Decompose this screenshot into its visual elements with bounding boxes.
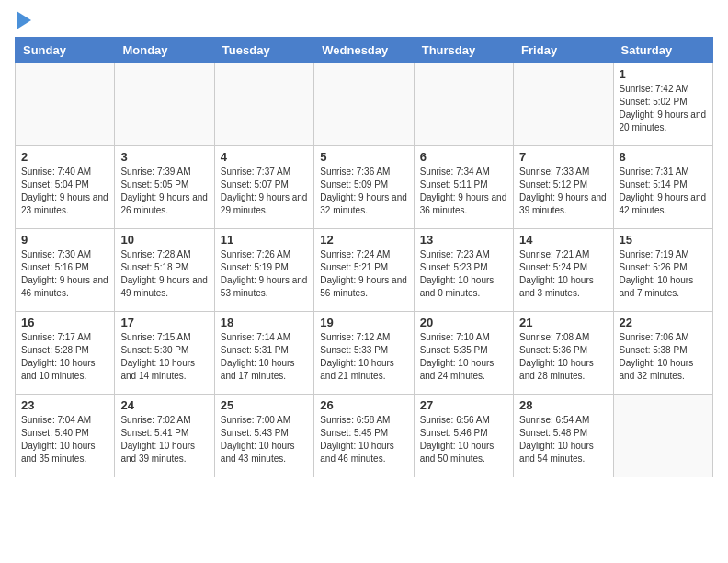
calendar-week-row: 16Sunrise: 7:17 AMSunset: 5:28 PMDayligh… xyxy=(16,312,713,395)
day-number: 12 xyxy=(320,233,407,247)
calendar-cell: 3Sunrise: 7:39 AMSunset: 5:05 PMDaylight… xyxy=(115,146,214,229)
day-number: 22 xyxy=(620,316,707,329)
calendar-header-thursday: Thursday xyxy=(414,38,513,63)
calendar-header-sunday: Sunday xyxy=(16,38,115,63)
day-number: 25 xyxy=(221,398,308,412)
calendar-cell: 21Sunrise: 7:08 AMSunset: 5:36 PMDayligh… xyxy=(514,312,613,395)
calendar-cell: 16Sunrise: 7:17 AMSunset: 5:28 PMDayligh… xyxy=(16,312,115,395)
calendar-cell: 18Sunrise: 7:14 AMSunset: 5:31 PMDayligh… xyxy=(214,312,313,395)
calendar-table: SundayMondayTuesdayWednesdayThursdayFrid… xyxy=(15,37,713,477)
calendar-cell: 15Sunrise: 7:19 AMSunset: 5:26 PMDayligh… xyxy=(613,229,712,312)
day-number: 27 xyxy=(420,398,507,412)
day-info: Sunrise: 7:42 AMSunset: 5:02 PMDaylight:… xyxy=(620,83,707,134)
day-number: 18 xyxy=(221,316,308,329)
day-number: 1 xyxy=(620,67,707,81)
day-number: 24 xyxy=(120,398,208,412)
calendar-week-row: 1Sunrise: 7:42 AMSunset: 5:02 PMDaylight… xyxy=(16,63,713,146)
calendar-cell: 10Sunrise: 7:28 AMSunset: 5:18 PMDayligh… xyxy=(115,229,214,312)
calendar-cell: 8Sunrise: 7:31 AMSunset: 5:14 PMDaylight… xyxy=(613,146,712,229)
day-info: Sunrise: 7:31 AMSunset: 5:14 PMDaylight:… xyxy=(620,166,707,217)
day-info: Sunrise: 7:12 AMSunset: 5:33 PMDaylight:… xyxy=(320,331,407,383)
calendar-cell: 6Sunrise: 7:34 AMSunset: 5:11 PMDaylight… xyxy=(414,146,513,229)
calendar-header-wednesday: Wednesday xyxy=(314,38,414,63)
calendar-cell: 5Sunrise: 7:36 AMSunset: 5:09 PMDaylight… xyxy=(314,146,414,229)
day-number: 2 xyxy=(21,150,108,164)
calendar-cell: 24Sunrise: 7:02 AMSunset: 5:41 PMDayligh… xyxy=(115,395,214,477)
day-info: Sunrise: 7:28 AMSunset: 5:18 PMDaylight:… xyxy=(120,248,208,300)
day-info: Sunrise: 7:06 AMSunset: 5:38 PMDaylight:… xyxy=(620,331,707,383)
day-number: 23 xyxy=(21,398,108,412)
calendar-cell: 14Sunrise: 7:21 AMSunset: 5:24 PMDayligh… xyxy=(514,229,613,312)
day-number: 16 xyxy=(21,316,108,329)
calendar-header-monday: Monday xyxy=(115,38,214,63)
calendar-cell: 17Sunrise: 7:15 AMSunset: 5:30 PMDayligh… xyxy=(115,312,214,395)
day-info: Sunrise: 7:23 AMSunset: 5:23 PMDaylight:… xyxy=(420,248,507,300)
day-info: Sunrise: 6:58 AMSunset: 5:45 PMDaylight:… xyxy=(320,414,407,465)
calendar-cell: 11Sunrise: 7:26 AMSunset: 5:19 PMDayligh… xyxy=(214,229,313,312)
calendar-header-row: SundayMondayTuesdayWednesdayThursdayFrid… xyxy=(16,38,713,63)
day-number: 28 xyxy=(519,398,607,412)
day-info: Sunrise: 7:30 AMSunset: 5:16 PMDaylight:… xyxy=(21,248,108,300)
calendar-header-friday: Friday xyxy=(514,38,613,63)
calendar-cell xyxy=(115,63,214,146)
day-info: Sunrise: 7:02 AMSunset: 5:41 PMDaylight:… xyxy=(120,414,208,465)
calendar-week-row: 9Sunrise: 7:30 AMSunset: 5:16 PMDaylight… xyxy=(16,229,713,312)
day-number: 20 xyxy=(420,316,507,329)
day-number: 8 xyxy=(620,150,707,164)
day-number: 9 xyxy=(21,233,108,247)
day-number: 19 xyxy=(320,316,407,329)
day-number: 6 xyxy=(420,150,507,164)
calendar-cell: 7Sunrise: 7:33 AMSunset: 5:12 PMDaylight… xyxy=(514,146,613,229)
calendar-cell: 28Sunrise: 6:54 AMSunset: 5:48 PMDayligh… xyxy=(514,395,613,477)
calendar-cell: 20Sunrise: 7:10 AMSunset: 5:35 PMDayligh… xyxy=(414,312,513,395)
calendar-cell xyxy=(214,63,313,146)
day-info: Sunrise: 7:08 AMSunset: 5:36 PMDaylight:… xyxy=(519,331,607,383)
day-info: Sunrise: 7:10 AMSunset: 5:35 PMDaylight:… xyxy=(420,331,507,383)
calendar-cell: 4Sunrise: 7:37 AMSunset: 5:07 PMDaylight… xyxy=(214,146,313,229)
day-number: 11 xyxy=(221,233,308,247)
day-number: 21 xyxy=(519,316,607,329)
calendar-cell: 9Sunrise: 7:30 AMSunset: 5:16 PMDaylight… xyxy=(16,229,115,312)
logo xyxy=(15,15,31,29)
calendar-cell: 1Sunrise: 7:42 AMSunset: 5:02 PMDaylight… xyxy=(613,63,712,146)
calendar-cell xyxy=(414,63,513,146)
day-info: Sunrise: 7:33 AMSunset: 5:12 PMDaylight:… xyxy=(519,166,607,217)
page-header xyxy=(15,15,713,29)
day-info: Sunrise: 7:40 AMSunset: 5:04 PMDaylight:… xyxy=(21,166,108,217)
calendar-cell: 19Sunrise: 7:12 AMSunset: 5:33 PMDayligh… xyxy=(314,312,414,395)
day-number: 10 xyxy=(120,233,208,247)
calendar-cell xyxy=(514,63,613,146)
day-info: Sunrise: 7:39 AMSunset: 5:05 PMDaylight:… xyxy=(120,166,208,217)
day-info: Sunrise: 7:34 AMSunset: 5:11 PMDaylight:… xyxy=(420,166,507,217)
calendar-cell: 2Sunrise: 7:40 AMSunset: 5:04 PMDaylight… xyxy=(16,146,115,229)
calendar-cell xyxy=(314,63,414,146)
calendar-header-tuesday: Tuesday xyxy=(214,38,313,63)
day-info: Sunrise: 7:00 AMSunset: 5:43 PMDaylight:… xyxy=(221,414,308,465)
day-info: Sunrise: 7:17 AMSunset: 5:28 PMDaylight:… xyxy=(21,331,108,383)
day-info: Sunrise: 7:15 AMSunset: 5:30 PMDaylight:… xyxy=(120,331,208,383)
day-number: 14 xyxy=(519,233,607,247)
day-number: 26 xyxy=(320,398,407,412)
day-info: Sunrise: 7:24 AMSunset: 5:21 PMDaylight:… xyxy=(320,248,407,300)
calendar-cell: 22Sunrise: 7:06 AMSunset: 5:38 PMDayligh… xyxy=(613,312,712,395)
day-info: Sunrise: 6:54 AMSunset: 5:48 PMDaylight:… xyxy=(519,414,607,465)
day-info: Sunrise: 7:14 AMSunset: 5:31 PMDaylight:… xyxy=(221,331,308,383)
day-number: 4 xyxy=(221,150,308,164)
day-number: 5 xyxy=(320,150,407,164)
day-info: Sunrise: 7:36 AMSunset: 5:09 PMDaylight:… xyxy=(320,166,407,217)
calendar-cell: 13Sunrise: 7:23 AMSunset: 5:23 PMDayligh… xyxy=(414,229,513,312)
calendar-cell xyxy=(16,63,115,146)
day-info: Sunrise: 7:04 AMSunset: 5:40 PMDaylight:… xyxy=(21,414,108,465)
calendar-cell: 23Sunrise: 7:04 AMSunset: 5:40 PMDayligh… xyxy=(16,395,115,477)
day-info: Sunrise: 6:56 AMSunset: 5:46 PMDaylight:… xyxy=(420,414,507,465)
day-number: 15 xyxy=(620,233,707,247)
day-number: 3 xyxy=(120,150,208,164)
calendar-cell: 25Sunrise: 7:00 AMSunset: 5:43 PMDayligh… xyxy=(214,395,313,477)
day-number: 7 xyxy=(519,150,607,164)
calendar-week-row: 2Sunrise: 7:40 AMSunset: 5:04 PMDaylight… xyxy=(16,146,713,229)
day-info: Sunrise: 7:26 AMSunset: 5:19 PMDaylight:… xyxy=(221,248,308,300)
day-info: Sunrise: 7:19 AMSunset: 5:26 PMDaylight:… xyxy=(620,248,707,300)
day-number: 17 xyxy=(120,316,208,329)
logo-arrow-icon xyxy=(17,11,31,29)
calendar-cell: 26Sunrise: 6:58 AMSunset: 5:45 PMDayligh… xyxy=(314,395,414,477)
